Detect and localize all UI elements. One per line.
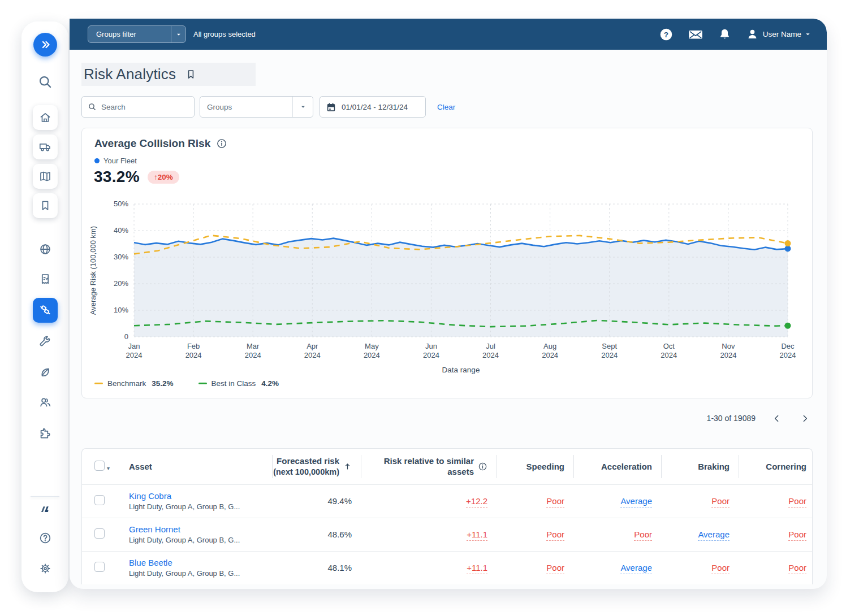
chart-title: Average Collision Risk [94,137,210,150]
collision-risk-chart: 010%20%30%40%50%Jan2024Feb2024Mar2024Apr… [82,199,796,365]
column-header-cornering[interactable]: Cornering [739,449,813,484]
svg-text:Feb: Feb [187,342,200,350]
sidebar-item-rules[interactable] [38,272,52,287]
row-checkbox[interactable] [94,495,105,505]
sidebar-item-addins[interactable] [38,427,52,441]
sidebar-item-search[interactable] [37,74,53,90]
braking-rating[interactable]: Average [698,530,730,541]
info-icon[interactable] [216,138,227,149]
user-menu[interactable]: User Name [745,27,811,41]
benchmark-value: 35.2% [152,379,173,388]
column-header-risk-relative[interactable]: Risk relative to similarassets [361,449,497,484]
sidebar-item-bookmarks[interactable] [33,193,58,218]
caret-down-icon [292,97,313,117]
sidebar-item-safety-active[interactable] [33,298,58,323]
wrench-icon [38,335,52,349]
search-icon [88,102,97,111]
main-frame: Groups filter All groups selected ? User… [70,19,827,589]
search-input[interactable] [101,103,201,111]
svg-text:2024: 2024 [364,351,380,359]
fleet-area-fill [134,238,788,337]
column-header-forecasted-risk[interactable]: Forecasted risk(next 100,000km) [272,449,361,484]
row-checkbox[interactable] [94,562,105,572]
sidebar-item-globe[interactable] [38,242,52,257]
sidebar-item-home[interactable] [33,105,58,130]
mail-icon[interactable] [687,27,704,42]
legend-benchmark: Benchmark 35.2% [94,379,174,388]
column-header-braking[interactable]: Braking [661,449,739,484]
sidebar-item-tools[interactable] [38,335,52,349]
clear-filters-link[interactable]: Clear [437,103,455,111]
acceleration-rating[interactable]: Average [620,496,652,507]
leaf-icon [38,366,52,380]
groups-select[interactable]: Groups [200,96,313,118]
cornering-rating[interactable]: Poor [788,563,806,574]
speeding-rating[interactable]: Poor [546,563,564,574]
select-all-checkbox[interactable] [94,461,105,471]
column-header-speeding[interactable]: Speeding [497,449,573,484]
svg-text:Oct: Oct [663,342,675,350]
sidebar-item-vehicles[interactable] [33,135,58,159]
column-header-asset[interactable]: Asset [122,449,272,484]
puzzle-icon [38,427,52,441]
risk-relative-value[interactable]: +11.1 [467,530,487,541]
seatbelt-safety-icon [38,303,52,317]
info-icon[interactable] [478,462,487,471]
svg-text:2024: 2024 [482,351,499,359]
fleet-legend-label: Your Fleet [103,157,137,165]
cornering-rating[interactable]: Poor [788,530,806,541]
pagination-range: 1-30 of 19089 [707,414,756,423]
svg-text:Dec: Dec [781,342,795,350]
forecasted-risk-value: 48.1% [272,551,361,584]
column-header-acceleration[interactable]: Acceleration [573,449,661,484]
page-title: Risk Analytics [81,66,176,83]
sidebar-item-settings[interactable] [38,562,52,576]
sidebar-item-map[interactable] [33,164,58,189]
braking-rating[interactable]: Poor [711,496,730,507]
bell-icon[interactable] [718,27,732,41]
expand-sidebar-button[interactable] [33,33,57,57]
sidebar-item-users[interactable] [38,396,52,410]
svg-text:20%: 20% [114,279,128,288]
svg-text:30%: 30% [114,253,128,261]
select-menu-caret-icon[interactable]: ▾ [107,465,110,471]
braking-rating[interactable]: Poor [711,563,730,574]
users-icon [38,396,52,410]
groups-filter-label: Groups filter [88,26,171,42]
date-range-value: 01/01/24 - 12/31/24 [342,103,408,111]
svg-text:2024: 2024 [661,351,677,359]
asset-name-link[interactable]: Green Hornet [129,524,263,534]
bookmark-page-icon[interactable] [185,68,197,80]
asset-groups: Light Duty, Group A, Group B, G... [129,502,263,511]
risk-relative-value[interactable]: +12.2 [466,496,487,507]
svg-text:Sept: Sept [602,342,617,350]
risk-relative-value[interactable]: +11.1 [467,563,487,574]
top-navbar: Groups filter All groups selected ? User… [70,19,827,50]
svg-text:May: May [365,342,379,350]
svg-text:2024: 2024 [245,351,261,359]
speeding-rating[interactable]: Poor [546,530,564,541]
svg-text:2024: 2024 [126,351,143,359]
svg-text:2024: 2024 [601,351,618,359]
asset-name-link[interactable]: King Cobra [129,491,263,501]
speeding-rating[interactable]: Poor [546,496,564,507]
row-checkbox[interactable] [94,528,105,539]
svg-text:Mar: Mar [247,342,260,350]
caret-down-icon[interactable] [171,26,185,42]
table-row: Blue Beetle Light Duty, Group A, Group B… [82,551,813,584]
previous-page-button[interactable] [769,411,784,426]
sort-ascending-icon[interactable] [343,462,352,471]
sidebar-item-sustainability[interactable] [38,366,52,380]
chart-legend: Benchmark 35.2% Best in Class 4.2% [94,379,279,388]
asset-name-link[interactable]: Blue Beetle [129,558,263,567]
cornering-rating[interactable]: Poor [788,496,806,507]
sidebar-item-help[interactable] [38,531,52,545]
help-icon[interactable]: ? [659,27,674,42]
acceleration-rating[interactable]: Poor [634,530,652,541]
fleet-risk-value: 33.2% [94,168,140,186]
groups-filter-button[interactable]: Groups filter [88,25,186,43]
acceleration-rating[interactable]: Average [620,563,652,574]
bookmark-icon [38,199,52,212]
date-range-picker[interactable]: 01/01/24 - 12/31/24 [320,96,426,118]
next-page-button[interactable] [797,411,812,426]
